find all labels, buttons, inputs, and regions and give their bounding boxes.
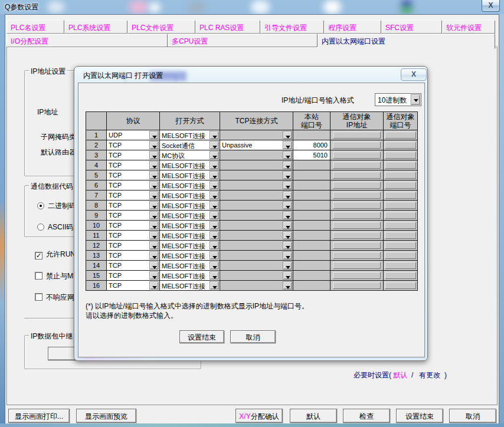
- tcp-connection-select[interactable]: [220, 150, 293, 160]
- tab-io-assignment[interactable]: I/O分配设置: [6, 34, 168, 48]
- tcp-connection-select[interactable]: [220, 211, 293, 221]
- open-mode-select[interactable]: MC协议: [160, 150, 220, 160]
- protocol-select[interactable]: TCP: [107, 271, 160, 281]
- protocol-select[interactable]: TCP: [107, 201, 160, 211]
- tab-plc-name[interactable]: PLC名设置: [6, 20, 64, 34]
- open-mode-select[interactable]: MELSOFT连接: [160, 231, 220, 241]
- tab-builtin-ethernet-port[interactable]: 内置以太网端口设置: [318, 34, 495, 49]
- protocol-select[interactable]: TCP: [107, 231, 160, 241]
- tcp-connection-select[interactable]: [220, 261, 293, 271]
- chevron-down-icon: [149, 131, 159, 139]
- tcp-connection-select[interactable]: [220, 130, 293, 140]
- protocol-select[interactable]: TCP: [107, 160, 160, 170]
- tab-device[interactable]: 软元件设置: [442, 20, 495, 34]
- protocol-select[interactable]: TCP: [107, 241, 160, 251]
- aero-blur-decoration: [47, 1, 65, 13]
- finish-setting-button[interactable]: 设置结束: [396, 409, 443, 423]
- tcp-connection-select[interactable]: [220, 281, 293, 291]
- tcp-connection-select[interactable]: [220, 160, 293, 170]
- open-mode-select[interactable]: MELSOFT连接: [160, 251, 220, 261]
- open-mode-select-value: MELSOFT连接: [162, 252, 205, 261]
- footer-default-link[interactable]: 默认: [393, 371, 407, 379]
- target-ip-cell: [330, 251, 384, 261]
- protocol-select[interactable]: TCP: [107, 221, 160, 231]
- protocol-select[interactable]: TCP: [107, 251, 160, 261]
- open-mode-select[interactable]: MELSOFT连接: [160, 201, 220, 211]
- open-mode-select[interactable]: MELSOFT连接: [160, 170, 220, 180]
- chevron-down-icon: [283, 281, 292, 290]
- tab-sfc[interactable]: SFC设置: [381, 20, 442, 34]
- open-mode-select[interactable]: Socket通信: [160, 140, 220, 150]
- xy-assignment-confirm-button[interactable]: X/Y分配确认: [235, 409, 283, 423]
- dialog-close-button[interactable]: X: [401, 68, 427, 81]
- tab-program[interactable]: 程序设置: [324, 20, 381, 34]
- open-mode-select[interactable]: MELSOFT连接: [160, 221, 220, 231]
- tab-multi-cpu[interactable]: 多CPU设置: [168, 34, 318, 48]
- open-mode-select[interactable]: MELSOFT连接: [160, 261, 220, 271]
- tcp-connection-select[interactable]: [220, 221, 293, 231]
- checkbox-forbid-melsoft[interactable]: 禁止与ME: [35, 271, 78, 281]
- protocol-select[interactable]: TCP: [107, 190, 160, 201]
- row-number: 12: [86, 241, 107, 251]
- preview-screen-button[interactable]: 显示画面预览: [76, 409, 136, 423]
- protocol-select[interactable]: UDP: [107, 130, 160, 140]
- host-port-field: [293, 261, 330, 271]
- chevron-down-icon: [149, 261, 159, 270]
- tab-plc-ras[interactable]: PLC RAS设置: [195, 20, 260, 34]
- chevron-down-icon: [283, 171, 292, 179]
- checkbox-no-network-response[interactable]: 不响应网: [35, 293, 74, 303]
- check-button[interactable]: 检查: [343, 409, 390, 423]
- open-mode-select[interactable]: MELSOFT连接: [160, 271, 220, 281]
- protocol-select[interactable]: TCP: [107, 150, 160, 160]
- tcp-connection-select[interactable]: [220, 251, 293, 261]
- cancel-button[interactable]: 取消: [449, 409, 496, 423]
- tab-plc-system[interactable]: PLC系统设置: [64, 20, 127, 34]
- aero-blur-decoration: [188, 1, 205, 14]
- default-button[interactable]: 默认: [290, 409, 337, 423]
- protocol-select[interactable]: TCP: [107, 261, 160, 271]
- tcp-connection-select[interactable]: [220, 271, 293, 281]
- protocol-select-value: TCP: [109, 232, 122, 239]
- dialog-cancel-button[interactable]: 取消: [230, 330, 276, 343]
- open-mode-select[interactable]: MELSOFT连接: [160, 211, 220, 221]
- table-row: 16TCPMELSOFT连接: [86, 281, 418, 291]
- tcp-connection-select[interactable]: [220, 170, 293, 180]
- protocol-select-value: TCP: [109, 262, 122, 269]
- protocol-select[interactable]: TCP: [107, 180, 160, 190]
- open-mode-select-value: MELSOFT连接: [162, 272, 205, 281]
- window-close-button[interactable]: X: [482, 0, 500, 12]
- tcp-connection-select[interactable]: [220, 180, 293, 190]
- protocol-select[interactable]: TCP: [107, 170, 160, 180]
- protocol-select[interactable]: TCP: [107, 211, 160, 221]
- footer-changed-link[interactable]: 有更改: [419, 371, 440, 379]
- open-mode-select[interactable]: MELSOFT连接: [160, 190, 220, 201]
- chevron-down-icon: [210, 251, 219, 260]
- open-mode-select[interactable]: MELSOFT连接: [160, 130, 220, 140]
- disabled-field-bar: [333, 202, 381, 209]
- protocol-select-value: TCP: [109, 182, 122, 189]
- protocol-select-value: TCP: [109, 192, 122, 199]
- tcp-connection-select[interactable]: Unpassive: [220, 140, 293, 150]
- open-mode-select[interactable]: MELSOFT连接: [160, 180, 220, 190]
- protocol-select-value: TCP: [109, 212, 122, 219]
- print-screen-button[interactable]: 显示画面打印...: [8, 409, 70, 423]
- open-mode-select[interactable]: MELSOFT连接: [160, 281, 220, 291]
- dialog-finish-button[interactable]: 设置结束: [179, 330, 224, 343]
- window-border-left: [0, 14, 5, 427]
- tab-plc-file[interactable]: PLC文件设置: [127, 20, 195, 34]
- format-select[interactable]: 10进制数: [375, 93, 421, 106]
- tcp-connection-select[interactable]: [220, 190, 293, 201]
- tcp-connection-select[interactable]: [220, 241, 293, 251]
- protocol-select[interactable]: TCP: [107, 140, 160, 150]
- chevron-down-icon: [210, 261, 219, 270]
- radio-binary-code[interactable]: 二进制码: [37, 201, 76, 211]
- tcp-connection-select[interactable]: [220, 201, 293, 211]
- tab-boot-file[interactable]: 引导文件设置: [260, 20, 324, 34]
- tcp-connection-select[interactable]: [220, 231, 293, 241]
- host-port-field[interactable]: 5010: [293, 150, 330, 160]
- protocol-select[interactable]: TCP: [107, 281, 160, 291]
- open-mode-select[interactable]: MELSOFT连接: [160, 241, 220, 251]
- checkbox-allow-run-write[interactable]: ✓允许RUN: [35, 249, 76, 260]
- host-port-field[interactable]: 8000: [293, 140, 330, 150]
- open-mode-select[interactable]: MELSOFT连接: [160, 160, 220, 170]
